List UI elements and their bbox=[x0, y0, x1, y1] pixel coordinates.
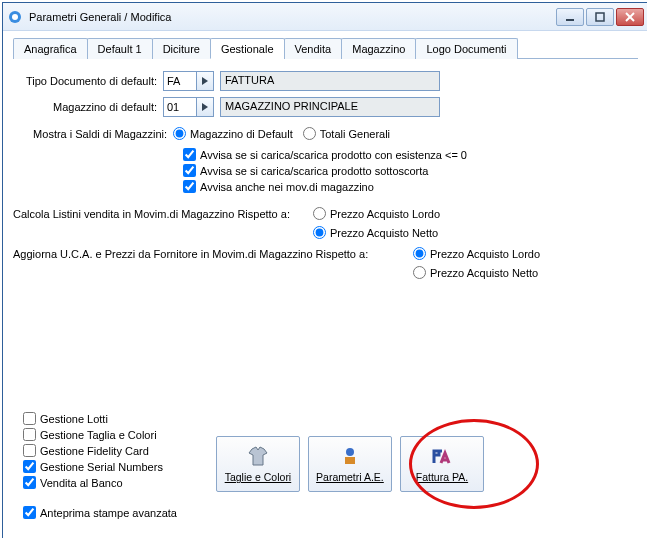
gestione-checks: Gestione Lotti Gestione Taglia e Colori … bbox=[23, 412, 173, 492]
row-tipo-documento: Tipo Documento di default: FATTURA bbox=[13, 71, 638, 91]
gestione-serial-text: Gestione Serial Numbers bbox=[40, 461, 163, 473]
maximize-button[interactable] bbox=[586, 8, 614, 26]
client-area: AnagraficaDefault 1DicitureGestionaleVen… bbox=[3, 31, 647, 297]
listini-opt2-text: Prezzo Acquisto Netto bbox=[330, 227, 438, 239]
shirt-icon bbox=[247, 445, 269, 467]
gestione-fidelity-check[interactable]: Gestione Fidelity Card bbox=[23, 444, 163, 457]
minimize-button[interactable] bbox=[556, 8, 584, 26]
vendita-banco-text: Vendita al Banco bbox=[40, 477, 123, 489]
tipo-documento-label: Tipo Documento di default: bbox=[13, 75, 163, 87]
gestione-serial-check[interactable]: Gestione Serial Numbers bbox=[23, 460, 163, 473]
fattura-pa-icon bbox=[431, 445, 453, 467]
titlebar: Parametri Generali / Modifica bbox=[3, 3, 647, 31]
saldi-opt2-text: Totali Generali bbox=[320, 128, 390, 140]
parametri-ae-button[interactable]: Parametri A.E. bbox=[308, 436, 392, 492]
gestione-lotti-text: Gestione Lotti bbox=[40, 413, 108, 425]
tab-magazzino[interactable]: Magazzino bbox=[341, 38, 416, 59]
listini-section: Calcola Listini vendita in Movim.di Maga… bbox=[13, 207, 638, 239]
vendita-banco-check[interactable]: Vendita al Banco bbox=[23, 476, 163, 489]
tipo-documento-desc: FATTURA bbox=[220, 71, 440, 91]
saldi-opt1-text: Magazzino di Default bbox=[190, 128, 293, 140]
tipo-documento-lookup-button[interactable] bbox=[196, 71, 214, 91]
gestione-taglia-text: Gestione Taglia e Colori bbox=[40, 429, 157, 441]
parametri-ae-text: Parametri A.E. bbox=[316, 471, 384, 483]
svg-marker-7 bbox=[202, 103, 208, 111]
row-magazzino: Magazzino di default: MAGAZZINO PRINCIPA… bbox=[13, 97, 638, 117]
saldi-radio-default[interactable]: Magazzino di Default bbox=[173, 127, 293, 140]
tab-strip: AnagraficaDefault 1DicitureGestionaleVen… bbox=[13, 37, 638, 59]
action-buttons: Taglie e Colori Parametri A.E. Fattura P… bbox=[216, 436, 484, 492]
anteprima-row: Anteprima stampe avanzata bbox=[23, 506, 628, 521]
saldi-radio-totali[interactable]: Totali Generali bbox=[303, 127, 390, 140]
svg-point-8 bbox=[346, 448, 354, 456]
svg-marker-6 bbox=[202, 77, 208, 85]
close-button[interactable] bbox=[616, 8, 644, 26]
magazzino-desc: MAGAZZINO PRINCIPALE bbox=[220, 97, 440, 117]
avvisa-movmag-check[interactable]: Avvisa anche nei mov.di magazzino bbox=[183, 180, 628, 193]
listini-radio-lordo[interactable]: Prezzo Acquisto Lordo bbox=[313, 207, 440, 220]
tab-vendita[interactable]: Vendita bbox=[284, 38, 343, 59]
tab-gestionale[interactable]: Gestionale bbox=[210, 38, 285, 59]
fattura-pa-button[interactable]: Fattura PA. bbox=[400, 436, 484, 492]
magazzino-label: Magazzino di default: bbox=[13, 101, 163, 113]
magazzino-lookup-button[interactable] bbox=[196, 97, 214, 117]
tab-logo-documenti[interactable]: Logo Documenti bbox=[415, 38, 517, 59]
gestione-taglia-check[interactable]: Gestione Taglia e Colori bbox=[23, 428, 163, 441]
tab-default-1[interactable]: Default 1 bbox=[87, 38, 153, 59]
saldi-label: Mostra i Saldi di Magazzini: bbox=[13, 128, 173, 140]
svg-rect-3 bbox=[596, 13, 604, 21]
gestione-fidelity-text: Gestione Fidelity Card bbox=[40, 445, 149, 457]
agency-icon bbox=[339, 445, 361, 467]
avvisi-group: Avvisa se si carica/scarica prodotto con… bbox=[183, 148, 638, 193]
uca-radio-netto[interactable]: Prezzo Acquisto Netto bbox=[413, 266, 538, 279]
window-title: Parametri Generali / Modifica bbox=[29, 11, 556, 23]
magazzino-code-input[interactable] bbox=[163, 97, 197, 117]
uca-opt2-text: Prezzo Acquisto Netto bbox=[430, 267, 538, 279]
tab-diciture[interactable]: Diciture bbox=[152, 38, 211, 59]
row-saldi: Mostra i Saldi di Magazzini: Magazzino d… bbox=[13, 127, 638, 140]
taglie-colori-button[interactable]: Taglie e Colori bbox=[216, 436, 300, 492]
listini-opt1-text: Prezzo Acquisto Lordo bbox=[330, 208, 440, 220]
fattura-pa-text: Fattura PA. bbox=[416, 471, 468, 483]
avvisa-sottoscorta-text: Avvisa se si carica/scarica prodotto sot… bbox=[200, 165, 428, 177]
app-window: Parametri Generali / Modifica Anagrafica… bbox=[2, 2, 647, 538]
svg-point-1 bbox=[12, 14, 18, 20]
avvisa-sottoscorta-check[interactable]: Avvisa se si carica/scarica prodotto sot… bbox=[183, 164, 628, 177]
listini-radio-netto[interactable]: Prezzo Acquisto Netto bbox=[313, 226, 438, 239]
anteprima-stampe-text: Anteprima stampe avanzata bbox=[40, 507, 177, 519]
bottom-area: Gestione Lotti Gestione Taglia e Colori … bbox=[23, 412, 628, 521]
avvisa-esistenza-check[interactable]: Avvisa se si carica/scarica prodotto con… bbox=[183, 148, 628, 161]
window-controls bbox=[556, 8, 644, 26]
anteprima-stampe-check[interactable]: Anteprima stampe avanzata bbox=[23, 506, 177, 519]
uca-radio-lordo[interactable]: Prezzo Acquisto Lordo bbox=[413, 247, 540, 260]
app-icon bbox=[7, 9, 23, 25]
tab-anagrafica[interactable]: Anagrafica bbox=[13, 38, 88, 59]
gestione-lotti-check[interactable]: Gestione Lotti bbox=[23, 412, 163, 425]
uca-opt1-text: Prezzo Acquisto Lordo bbox=[430, 248, 540, 260]
tipo-documento-code-input[interactable] bbox=[163, 71, 197, 91]
svg-rect-9 bbox=[345, 457, 355, 464]
avvisa-movmag-text: Avvisa anche nei mov.di magazzino bbox=[200, 181, 374, 193]
uca-label: Aggiorna U.C.A. e Prezzi da Fornitore in… bbox=[13, 248, 413, 260]
avvisa-esistenza-text: Avvisa se si carica/scarica prodotto con… bbox=[200, 149, 467, 161]
uca-section: Aggiorna U.C.A. e Prezzi da Fornitore in… bbox=[13, 247, 638, 279]
listini-label: Calcola Listini vendita in Movim.di Maga… bbox=[13, 208, 313, 220]
taglie-colori-text: Taglie e Colori bbox=[225, 471, 292, 483]
